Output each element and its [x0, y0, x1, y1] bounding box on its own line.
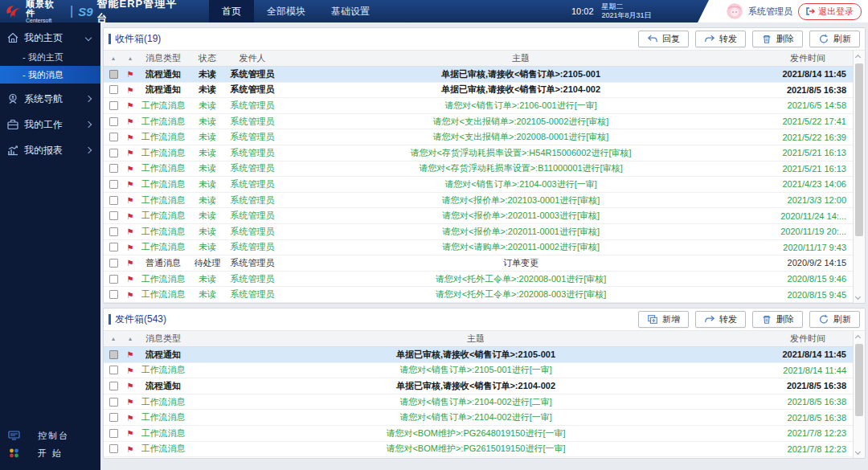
row-checkbox[interactable] — [109, 85, 118, 94]
row-checkbox[interactable] — [109, 164, 118, 173]
row-checkbox[interactable] — [109, 398, 118, 407]
inbox-row[interactable]: ⚑工作流消息未读系统管理员请您对<报价单>:202011-0001进行[审核]2… — [104, 224, 853, 240]
sort-marker-icon[interactable]: ▴ — [104, 335, 123, 342]
row-checkbox[interactable] — [109, 366, 118, 374]
inbox-row[interactable]: ⚑流程通知未读系统管理员单据已审核,请接收<销售订单>:2105-0012021… — [104, 67, 853, 83]
row-checkbox[interactable] — [109, 382, 118, 390]
cell-type: 流程通知 — [137, 84, 189, 96]
cell-subject: 请您对<报价单>:202011-0001进行[审核] — [279, 226, 763, 238]
cell-type: 工作流消息 — [137, 241, 189, 253]
logout-button[interactable]: 退出登录 — [798, 3, 862, 20]
sort-marker-icon[interactable]: ▴ — [123, 55, 137, 62]
sidebar-subitem-my-home[interactable]: - 我的主页 — [0, 48, 100, 66]
inbox-row[interactable]: ⚑工作流消息未读系统管理员请您对<支出报销单>:202008-0001进行[审核… — [104, 129, 853, 145]
row-checkbox[interactable] — [109, 243, 118, 251]
row-checkbox[interactable] — [109, 429, 118, 438]
sidebar-item-my-home[interactable]: 我的主页 — [0, 27, 100, 48]
row-checkbox[interactable] — [109, 350, 118, 359]
column-header-time[interactable]: 发件时间 — [763, 52, 853, 64]
outbox-row[interactable]: ⚑流程通知单据已审核,请接收<销售订单>:2105-0012021/8/14 1… — [104, 347, 853, 363]
outbox-row[interactable]: ⚑工作流消息请您对<BOM维护>:PG2615019150进行[一审]2021/… — [104, 442, 853, 458]
row-checkbox[interactable] — [109, 133, 118, 141]
row-checkbox[interactable] — [109, 413, 118, 422]
outbox-scrollbar[interactable] — [853, 331, 865, 458]
nav-tab-home[interactable]: 首页 — [209, 0, 254, 22]
delete-button[interactable]: 删除 — [752, 311, 803, 328]
cell-subject: 请您对<销售订单>:2104-002进行[二审] — [189, 396, 763, 408]
row-checkbox[interactable] — [109, 227, 118, 236]
column-header-time[interactable]: 发件时间 — [763, 333, 853, 345]
nav-tab-basic-settings[interactable]: 基础设置 — [318, 0, 383, 22]
inbox-row[interactable]: ⚑流程通知未读系统管理员单据已审核,请接收<销售订单>:2104-0022021… — [104, 83, 853, 99]
add-button[interactable]: 新增 — [638, 311, 689, 328]
row-checkbox[interactable] — [109, 275, 118, 284]
outbox-row[interactable]: ⚑工作流消息请您对<销售订单>:2104-002进行[二审]2021/8/5 1… — [104, 394, 853, 411]
row-checkbox[interactable] — [109, 290, 118, 299]
column-header-type[interactable]: 消息类型 — [137, 333, 189, 345]
scroll-down-arrow[interactable] — [854, 291, 865, 302]
inbox-row[interactable]: ⚑工作流消息未读系统管理员请您对<报价单>:202011-0003进行[审核]2… — [104, 208, 853, 224]
inbox-row[interactable]: ⚑工作流消息未读系统管理员请您对<报价单>:202103-0001进行[审核]2… — [104, 193, 853, 209]
flag-cell: ⚑ — [123, 381, 137, 390]
outbox-row[interactable]: ⚑工作流消息请您对<销售订单>:2104-002进行[一审]2021/8/5 1… — [104, 410, 853, 426]
inbox-row[interactable]: ⚑工作流消息未读系统管理员请您对<托外工令单>:202008-001进行[审核]… — [104, 272, 853, 288]
outbox-row[interactable]: ⚑工作流消息请您对<销售订单>:2105-001进行[一审]2021/8/14 … — [104, 363, 853, 379]
refresh-button[interactable]: 刷新 — [809, 31, 860, 47]
column-header-status[interactable]: 状态 — [189, 52, 226, 64]
sidebar-item-system-nav[interactable]: 系统导航 — [0, 88, 100, 109]
inbox-row[interactable]: ⚑工作流消息未读系统管理员请您对<支出报销单>:202105-0002进行[审核… — [104, 114, 853, 130]
console-button[interactable]: 控制台 — [0, 427, 100, 444]
sidebar-item-my-work[interactable]: 我的工作 — [0, 114, 100, 135]
refresh-button[interactable]: 刷新 — [809, 311, 860, 328]
inbox-row[interactable]: ⚑工作流消息未读系统管理员请您对<销售订单>:2104-003进行[一审]202… — [104, 177, 853, 193]
row-checkbox[interactable] — [109, 149, 118, 157]
inbox-row[interactable]: ⚑工作流消息未读系统管理员请您对<存货浮动耗损率设置>:B11000001进行[… — [104, 161, 853, 178]
cell-time: 2021/7/8 12:23 — [763, 428, 853, 438]
column-header-subject[interactable]: 主题 — [189, 333, 763, 345]
user-avatar[interactable] — [727, 3, 743, 19]
inbox-scrollbar[interactable] — [853, 51, 865, 303]
cell-subject: 单据已审核,请接收<销售订单>:2104-002 — [279, 84, 763, 96]
priority-flag-icon: ⚑ — [127, 117, 134, 126]
row-checkbox[interactable] — [109, 101, 118, 110]
scrollbar-thumb[interactable] — [855, 344, 863, 416]
scroll-up-arrow[interactable] — [854, 332, 865, 343]
forward-button[interactable]: 转发 — [695, 31, 746, 47]
column-header-type[interactable]: 消息类型 — [137, 52, 189, 64]
row-checkbox[interactable] — [109, 211, 118, 220]
nav-tab-all-modules[interactable]: 全部模块 — [254, 0, 318, 22]
row-checkbox[interactable] — [109, 70, 118, 79]
column-header-sender[interactable]: 发件人 — [226, 52, 279, 64]
scrollbar-thumb[interactable] — [855, 63, 863, 236]
outbox-row[interactable]: ⚑流程通知单据已审核,请接收<销售订单>:2104-0022021/8/5 16… — [104, 378, 853, 394]
inbox-row[interactable]: ⚑工作流消息未读系统管理员请您对<存货浮动耗损率设置>:H54R15006002… — [104, 145, 853, 161]
row-checkbox[interactable] — [109, 117, 118, 126]
row-checkbox[interactable] — [109, 196, 118, 205]
priority-flag-icon: ⚑ — [127, 291, 134, 300]
inbox-row[interactable]: ⚑工作流消息未读系统管理员请您对<销售订单>:2106-001进行[一审]202… — [104, 98, 853, 114]
scroll-down-arrow[interactable] — [854, 446, 865, 457]
row-checkbox[interactable] — [109, 444, 118, 453]
inbox-row[interactable]: ⚑工作流消息未读系统管理员请您对<请购单>:202011-0002进行[审核]2… — [104, 240, 853, 256]
forward-icon — [704, 34, 715, 44]
sidebar-subitem-my-messages[interactable]: - 我的消息 — [0, 66, 100, 84]
cell-subject: 请您对<存货浮动耗损率设置>:B11000001进行[审核] — [279, 162, 763, 174]
row-checkbox[interactable] — [109, 259, 118, 268]
priority-flag-icon: ⚑ — [127, 70, 134, 79]
outbox-row[interactable]: ⚑工作流消息请您对<BOM维护>:PG2648019150进行[一审]2021/… — [104, 426, 853, 442]
sidebar-item-my-reports[interactable]: 我的报表 — [0, 140, 100, 161]
delete-button[interactable]: 删除 — [752, 31, 803, 47]
column-header-subject[interactable]: 主题 — [279, 52, 763, 64]
scroll-up-arrow[interactable] — [854, 51, 865, 63]
reply-button[interactable]: 回复 — [638, 31, 689, 47]
start-button[interactable]: 开 始 — [0, 444, 100, 462]
sort-marker-icon[interactable]: ▴ — [123, 335, 137, 342]
inbox-row[interactable]: ⚑工作流消息未读系统管理员请您对<托外工令单>:202008-003进行[审核]… — [104, 287, 853, 303]
sort-marker-icon[interactable]: ▴ — [104, 55, 123, 62]
forward-button[interactable]: 转发 — [695, 311, 746, 328]
priority-flag-icon: ⚑ — [127, 259, 134, 268]
row-checkbox[interactable] — [109, 180, 118, 189]
priority-flag-icon: ⚑ — [127, 149, 134, 157]
inbox-row[interactable]: ⚑普通消息待处理系统管理员订单变更2020/9/2 14:15 — [104, 255, 853, 272]
cell-time: 2021/5/21 16:13 — [763, 164, 853, 174]
